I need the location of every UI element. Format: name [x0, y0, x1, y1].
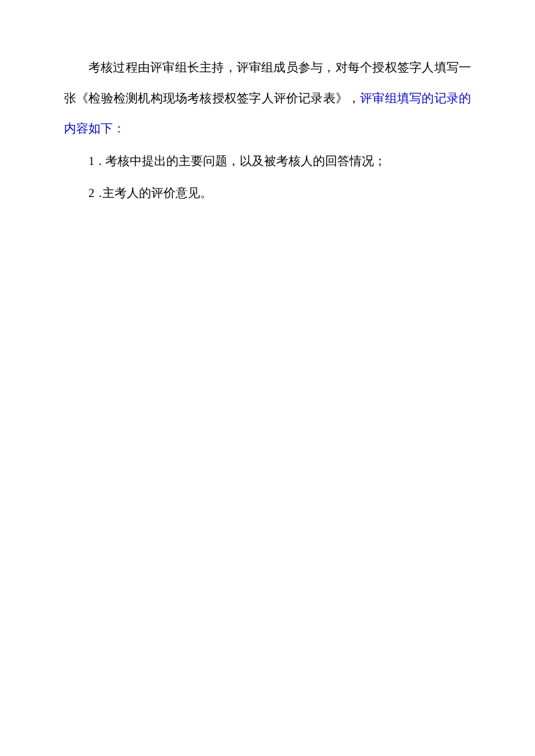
list-item-1: 1 . 考核中提出的主要问题，以及被考核人的回答情况； [64, 146, 471, 177]
list-number-1: 1 . [88, 154, 102, 168]
list-text-1: 考核中提出的主要问题，以及被考核人的回答情况； [102, 154, 386, 168]
list-number-2: 2 . [88, 186, 102, 200]
intro-paragraph: 考核过程由评审组长主持，评审组成员参与，对每个授权签字人填写一张《检验检测机构现… [64, 52, 471, 144]
list-text-2: 主考人的评价意见。 [102, 186, 212, 200]
list-item-2: 2 .主考人的评价意见。 [64, 178, 471, 209]
